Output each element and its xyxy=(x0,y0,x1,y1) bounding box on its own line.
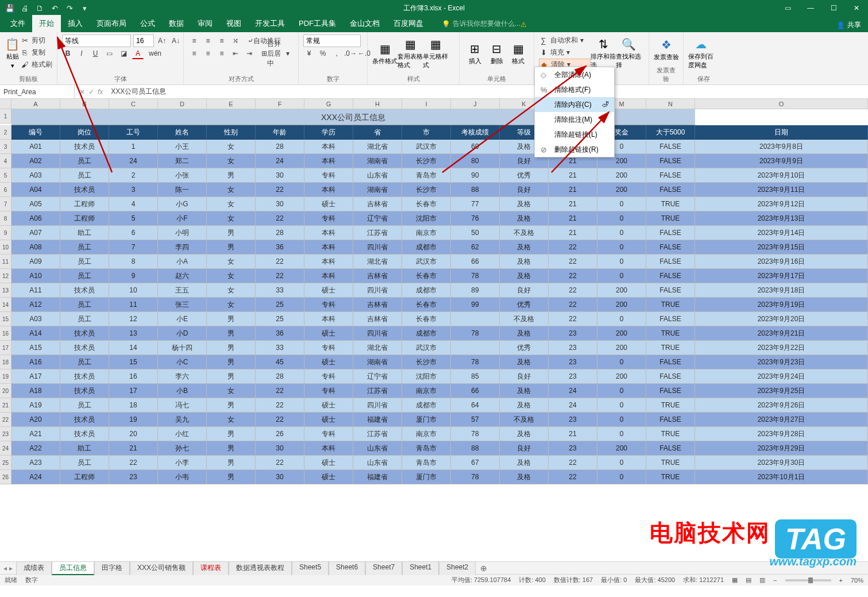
table-cell[interactable]: 沈阳市 xyxy=(402,369,451,384)
table-cell[interactable]: 不及格 xyxy=(500,312,549,326)
row-header[interactable]: 7 xyxy=(0,197,11,211)
accept-formula-icon[interactable]: ✓ xyxy=(88,88,94,96)
table-cell[interactable]: 武汉市 xyxy=(402,140,451,154)
table-cell[interactable]: 小A xyxy=(158,255,207,269)
table-cell[interactable]: 及格 xyxy=(500,211,549,226)
view-break-icon[interactable]: ▥ xyxy=(759,576,765,584)
sheet-tab[interactable]: 田字格 xyxy=(94,561,130,575)
table-cell[interactable]: 湖南省 xyxy=(353,355,402,369)
table-cell[interactable]: 四川省 xyxy=(353,283,402,298)
percent-icon[interactable]: % xyxy=(317,48,329,59)
table-cell[interactable]: 员工 xyxy=(60,154,109,168)
table-cell[interactable]: 2023年10月1日 xyxy=(695,470,868,484)
table-cell[interactable]: TRUE xyxy=(646,470,695,484)
table-cell[interactable]: 23 xyxy=(549,341,597,355)
table-cell[interactable]: 硕士 xyxy=(304,456,353,470)
row-header[interactable]: 5 xyxy=(0,168,11,183)
table-cell[interactable]: 湖北省 xyxy=(353,341,402,355)
table-cell[interactable]: 200 xyxy=(597,168,646,183)
table-cell[interactable]: 本科 xyxy=(304,255,353,269)
conditional-format-button[interactable]: ▦条件格式 xyxy=(372,34,398,72)
row-header[interactable]: 18 xyxy=(0,355,11,369)
clear-contents-item[interactable]: 清除内容(C) ⮰ xyxy=(535,97,614,112)
table-cell[interactable]: 2023年9月27日 xyxy=(695,413,868,427)
sheet-nav-first-icon[interactable]: ◂ xyxy=(3,564,7,572)
table-cell[interactable]: 及格 xyxy=(500,255,549,269)
table-cell[interactable]: 技术员 xyxy=(60,413,109,427)
table-cell[interactable]: A01 xyxy=(11,140,60,154)
table-cell[interactable]: 2023年9月26日 xyxy=(695,398,868,413)
table-cell[interactable]: 男 xyxy=(207,441,256,456)
table-cell[interactable]: 22 xyxy=(256,384,304,398)
table-cell[interactable]: 2023年9月18日 xyxy=(695,283,868,298)
table-cell[interactable]: 工程师 xyxy=(60,470,109,484)
table-cell[interactable]: TRUE xyxy=(646,298,695,312)
table-cell[interactable]: 沈阳市 xyxy=(402,211,451,226)
table-cell[interactable]: 江苏省 xyxy=(353,384,402,398)
table-cell[interactable]: 10 xyxy=(109,283,158,298)
table-cell[interactable]: 2023年9月12日 xyxy=(695,197,868,211)
table-cell[interactable]: 64 xyxy=(451,398,500,413)
table-cell[interactable]: 小G xyxy=(158,197,207,211)
table-cell[interactable]: A06 xyxy=(11,211,60,226)
sheet-tab[interactable]: 成绩表 xyxy=(16,561,52,575)
table-cell[interactable]: FALSE xyxy=(646,183,695,197)
table-cell[interactable]: 36 xyxy=(256,240,304,255)
table-cell[interactable]: 工程师 xyxy=(60,197,109,211)
table-cell[interactable]: 吴九 xyxy=(158,413,207,427)
col-header[interactable]: N xyxy=(646,99,695,109)
col-header[interactable]: G xyxy=(304,99,353,109)
table-cell[interactable]: 江苏省 xyxy=(353,226,402,240)
table-cell[interactable]: 0 xyxy=(597,470,646,484)
sheet-tab[interactable]: Sheet1 xyxy=(402,561,439,575)
table-cell[interactable]: 22 xyxy=(256,413,304,427)
table-cell[interactable]: FALSE xyxy=(646,312,695,326)
table-cell[interactable]: 技术员 xyxy=(60,140,109,154)
table-cell[interactable]: 200 xyxy=(597,369,646,384)
table-cell[interactable]: FALSE xyxy=(646,226,695,240)
table-cell[interactable]: 湖南省 xyxy=(353,154,402,168)
clear-all-item[interactable]: ◇全部清除(A) xyxy=(535,67,614,82)
table-cell[interactable]: 本科 xyxy=(304,140,353,154)
table-cell[interactable]: A24 xyxy=(11,470,60,484)
table-cell[interactable]: 13 xyxy=(109,326,158,341)
table-cell[interactable]: 技术员 xyxy=(60,427,109,441)
table-cell[interactable]: 0 xyxy=(597,384,646,398)
table-cell[interactable]: 24 xyxy=(256,154,304,168)
table-cell[interactable]: 赵六 xyxy=(158,269,207,283)
table-cell[interactable]: 85 xyxy=(451,369,500,384)
table-cell[interactable]: 2023年9月20日 xyxy=(695,312,868,326)
row-header[interactable]: 23 xyxy=(0,427,11,441)
table-cell[interactable]: 77 xyxy=(451,197,500,211)
col-header[interactable]: F xyxy=(256,99,304,109)
tab-home[interactable]: 开始 xyxy=(32,15,61,32)
table-cell[interactable]: 2023年9月17日 xyxy=(695,269,868,283)
table-cell[interactable]: 男 xyxy=(207,398,256,413)
col-header[interactable]: C xyxy=(109,99,158,109)
table-cell[interactable]: 23 xyxy=(549,355,597,369)
table-cell[interactable] xyxy=(451,312,500,326)
table-cell[interactable]: 及格 xyxy=(500,427,549,441)
table-cell[interactable]: 良好 xyxy=(500,283,549,298)
table-cell[interactable]: A07 xyxy=(11,226,60,240)
table-cell[interactable]: 21 xyxy=(109,441,158,456)
table-cell[interactable]: 2 xyxy=(109,168,158,183)
table-cell[interactable]: 22 xyxy=(549,255,597,269)
table-cell[interactable]: 23 xyxy=(109,470,158,484)
table-cell[interactable]: 山东省 xyxy=(353,168,402,183)
table-cell[interactable]: 良好 xyxy=(500,183,549,197)
table-cell[interactable]: 30 xyxy=(256,168,304,183)
align-left-icon[interactable]: ≡ xyxy=(188,48,200,59)
table-cell[interactable]: FALSE xyxy=(646,369,695,384)
table-cell[interactable]: 15 xyxy=(109,355,158,369)
table-cell[interactable]: 及格 xyxy=(500,470,549,484)
table-cell[interactable]: 吉林省 xyxy=(353,269,402,283)
tab-view[interactable]: 视图 xyxy=(219,15,248,32)
table-cell[interactable]: 专科 xyxy=(304,168,353,183)
table-cell[interactable]: 23 xyxy=(549,326,597,341)
table-cell[interactable]: TRUE xyxy=(646,427,695,441)
table-cell[interactable]: 福建省 xyxy=(353,413,402,427)
table-cell[interactable]: 小李 xyxy=(158,456,207,470)
table-cell[interactable]: 30 xyxy=(256,197,304,211)
table-cell[interactable]: 本科 xyxy=(304,441,353,456)
